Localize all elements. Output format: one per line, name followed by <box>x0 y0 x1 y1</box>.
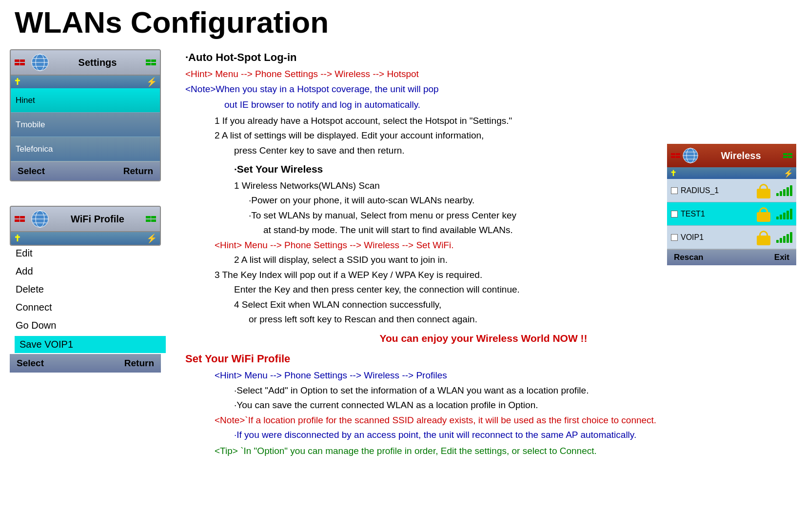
wireless-sub3a: Enter the Key and then press center key,… <box>234 283 782 297</box>
signal-bars <box>15 59 25 65</box>
enjoy-text: You can enjoy your Wireless World NOW !! <box>185 331 782 346</box>
page-title: WLANs Configuration <box>0 0 806 49</box>
wifi-profile-softkeys: Select Return <box>10 354 161 373</box>
settings-softkeys: Select Return <box>11 161 160 180</box>
wifi-left-softkey[interactable]: Select <box>17 358 44 369</box>
settings-right-softkey[interactable]: Return <box>123 166 153 177</box>
wireless-sub3: 3 The Key Index will pop out if a WEP Ke… <box>215 268 782 282</box>
menu-item-connect[interactable]: Connect <box>15 300 166 315</box>
wifi-signal-bars <box>15 216 25 222</box>
menu-item-go-down[interactable]: Go Down <box>15 318 166 333</box>
profile-line1: ·Select "Add" in Option to set the infor… <box>234 384 782 398</box>
wifi-profile-status-bar: ✝ ⚡ <box>11 232 160 245</box>
wireless-phone: Wireless ✝ ⚡ RADIUS_1 <box>667 144 796 265</box>
wireless-phone-header: Wireless <box>667 144 796 167</box>
wireless-left-softkey[interactable]: Rescan <box>674 253 703 262</box>
profile-hint: <Hint> Menu --> Phone Settings --> Wirel… <box>215 369 782 383</box>
menu-item-save-voip1[interactable]: Save VOIP1 <box>15 336 166 353</box>
profile-note2: ·If you were disconnected by an access p… <box>234 428 782 442</box>
wireless-softkeys: Rescan Exit <box>667 249 796 265</box>
left-column: Settings ✝ <box>10 49 171 459</box>
globe-icon <box>31 53 49 72</box>
wifi-status-cross: ✝ <box>14 233 21 244</box>
wireless-sub4: 4 Select Exit when WLAN connection succe… <box>234 298 782 312</box>
voip1-name: VOIP1 <box>681 233 754 242</box>
voip1-signal <box>776 232 792 243</box>
radius1-lock-icon <box>757 183 770 198</box>
wifi-right-softkey[interactable]: Return <box>124 358 154 369</box>
wifi-profile-header-title: WiFi Profile <box>53 214 142 225</box>
wifi-battery-bars <box>146 216 156 222</box>
settings-left-softkey[interactable]: Select <box>18 166 45 177</box>
voip1-lock-icon <box>757 230 770 245</box>
wifi-profile-menu: Edit Add Delete Connect Go Down Save VOI… <box>10 246 171 353</box>
settings-phone: Settings ✝ <box>10 49 161 181</box>
battery-bars <box>146 59 156 65</box>
wireless-sub4a: or press left soft key to Rescan and the… <box>249 313 782 327</box>
auto-hotspot-note1: <Note>When you stay in a Hotspot coverag… <box>185 82 782 97</box>
test1-checkbox[interactable] <box>671 211 678 217</box>
settings-item-telefonica[interactable]: Telefonica <box>11 137 160 161</box>
radius1-signal <box>776 185 792 196</box>
wireless-item-radius1[interactable]: RADIUS_1 <box>667 179 796 202</box>
wireless-globe-icon <box>682 147 699 164</box>
auto-hotspot-heading: ·Auto Hot-Spot Log-in <box>185 49 782 65</box>
menu-item-add[interactable]: Add <box>15 264 166 279</box>
profile-note: <Note>`If a location profile for the sca… <box>215 414 782 428</box>
wifi-profile-phone-header: WiFi Profile <box>11 207 160 232</box>
wireless-item-voip1[interactable]: VOIP1 <box>667 226 796 249</box>
settings-item-tmobile[interactable]: Tmobile <box>11 113 160 137</box>
wireless-header-title: Wireless <box>699 150 783 161</box>
test1-signal <box>776 209 792 219</box>
status-cross: ✝ <box>14 77 21 87</box>
wireless-list: RADIUS_1 TEST1 <box>667 179 796 249</box>
wireless-item-test1[interactable]: TEST1 <box>667 202 796 226</box>
wireless-signal-bars <box>671 153 680 158</box>
wifi-status-bolt: ⚡ <box>146 233 157 244</box>
test1-name: TEST1 <box>681 210 754 218</box>
status-bolt: ⚡ <box>146 77 157 87</box>
hotspot-step2: 2 A list of settings will be displayed. … <box>215 129 782 143</box>
profile-line2: ·You can save the current connected WLAN… <box>234 398 782 413</box>
voip1-checkbox[interactable] <box>671 234 678 241</box>
set-profile-heading: Set Your WiFi Profile <box>185 351 782 367</box>
hotspot-step1: 1 If you already have a Hotspot account,… <box>215 114 782 128</box>
wireless-status-bar: ✝ ⚡ <box>667 167 796 179</box>
menu-item-delete[interactable]: Delete <box>15 282 166 297</box>
radius1-name: RADIUS_1 <box>681 186 754 195</box>
wifi-globe-icon <box>31 210 49 228</box>
settings-header-title: Settings <box>53 57 142 68</box>
menu-item-edit[interactable]: Edit <box>15 246 166 261</box>
test1-lock-icon <box>757 206 770 222</box>
wifi-profile-phone: WiFi Profile <box>10 206 161 246</box>
profile-tip: <Tip> `In "Option" you can manage the pr… <box>215 444 782 458</box>
auto-hotspot-hint: <Hint> Menu --> Phone Settings --> Wirel… <box>185 67 782 81</box>
wireless-status-cross: ✝ <box>670 169 676 178</box>
settings-item-hinet[interactable]: Hinet <box>11 88 160 113</box>
settings-status-bar: ✝ ⚡ <box>11 76 160 88</box>
wireless-right-softkey[interactable]: Exit <box>774 253 789 262</box>
wireless-battery-bars <box>783 153 792 158</box>
auto-hotspot-note2: out IE browser to notify and log in auto… <box>224 98 782 112</box>
settings-phone-header: Settings <box>11 50 160 76</box>
radius1-checkbox[interactable] <box>671 187 678 194</box>
wireless-status-bolt: ⚡ <box>784 169 793 178</box>
